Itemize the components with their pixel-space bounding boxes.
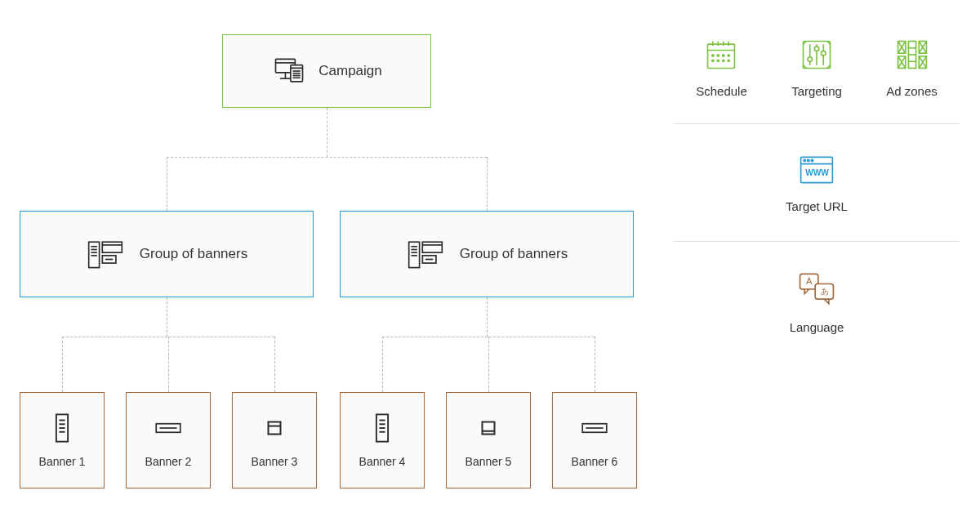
svg-point-86 xyxy=(808,159,809,161)
svg-point-53 xyxy=(718,55,719,56)
banner-3-label: Banner 3 xyxy=(252,455,298,468)
svg-rect-35 xyxy=(269,422,281,435)
svg-point-85 xyxy=(804,159,805,161)
calendar-icon xyxy=(703,37,739,73)
banner-node-4: Banner 4 xyxy=(340,392,425,488)
language-icon: A あ xyxy=(795,270,838,309)
banner-vertical-icon xyxy=(51,413,74,444)
banner-4-label: Banner 4 xyxy=(359,455,406,468)
svg-text:A: A xyxy=(806,276,813,286)
schedule-item: Schedule xyxy=(696,37,747,98)
group-b-label: Group of banners xyxy=(460,246,568,262)
adzones-label: Ad zones xyxy=(886,84,938,98)
schedule-label: Schedule xyxy=(696,84,747,98)
divider xyxy=(674,241,960,242)
svg-point-52 xyxy=(712,55,714,56)
svg-point-57 xyxy=(718,60,719,61)
svg-text:WWW: WWW xyxy=(805,168,829,177)
adzones-icon xyxy=(894,37,930,73)
banner-6-label: Banner 6 xyxy=(572,455,618,468)
svg-rect-15 xyxy=(102,242,122,252)
campaign-attributes-row: Schedule Targeting xyxy=(674,29,960,118)
language-label: Language xyxy=(790,320,844,334)
campaign-label: Campaign xyxy=(318,63,382,79)
banner-node-6: Banner 6 xyxy=(552,392,637,488)
group-a-label: Group of banners xyxy=(140,246,247,262)
hierarchy-diagram: Campaign Group of banners xyxy=(0,0,653,513)
target-url-item: WWW Target URL xyxy=(674,129,960,236)
banner-square-icon xyxy=(262,413,287,444)
banner-node-3: Banner 3 xyxy=(232,392,317,488)
banner-group-icon xyxy=(86,235,125,273)
targeting-label: Targeting xyxy=(791,84,842,98)
banner-vertical-icon xyxy=(371,413,394,444)
banner-horizontal-icon xyxy=(579,413,610,444)
banner-horizontal-icon xyxy=(153,413,184,444)
banner-square-bottom-icon xyxy=(476,413,501,444)
divider xyxy=(674,123,960,124)
attributes-sidebar: Schedule Targeting xyxy=(674,29,960,357)
banner-1-label: Banner 1 xyxy=(39,455,86,468)
adzones-item: Ad zones xyxy=(886,37,938,98)
banner-node-1: Banner 1 xyxy=(20,392,105,488)
computer-icon xyxy=(271,53,307,89)
svg-point-59 xyxy=(728,60,730,61)
svg-point-54 xyxy=(723,55,724,56)
svg-point-64 xyxy=(814,47,819,51)
svg-rect-24 xyxy=(422,242,442,252)
svg-point-66 xyxy=(822,51,826,56)
targeting-item: Targeting xyxy=(791,37,842,98)
svg-point-58 xyxy=(723,60,724,61)
banner-5-label: Banner 5 xyxy=(466,455,512,468)
svg-point-56 xyxy=(712,60,714,61)
targeting-icon xyxy=(799,37,835,73)
svg-point-55 xyxy=(728,55,730,56)
campaign-node: Campaign xyxy=(222,34,431,108)
language-item: A あ Language xyxy=(674,247,960,357)
banner-node-5: Banner 5 xyxy=(446,392,531,488)
svg-rect-42 xyxy=(483,422,495,435)
banner-node-2: Banner 2 xyxy=(126,392,211,488)
banner-group-icon xyxy=(406,235,445,273)
target-url-label: Target URL xyxy=(786,199,848,213)
browser-icon: WWW xyxy=(797,152,836,188)
group-node-b: Group of banners xyxy=(340,211,634,297)
svg-point-62 xyxy=(808,57,813,62)
banner-2-label: Banner 2 xyxy=(145,455,192,468)
svg-text:あ: あ xyxy=(821,288,829,297)
svg-point-87 xyxy=(811,159,813,161)
group-node-a: Group of banners xyxy=(20,211,314,297)
